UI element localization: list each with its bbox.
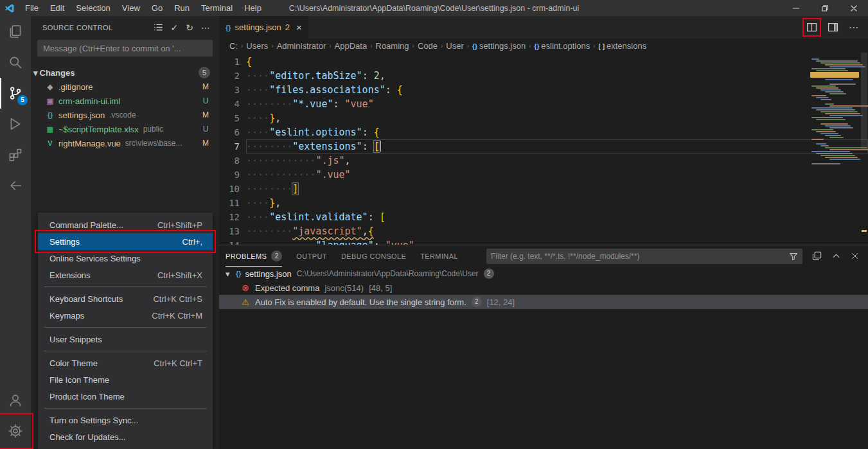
code-line[interactable]: 5····}, — [219, 111, 868, 125]
menu-item-label: Command Palette... — [49, 220, 123, 230]
filter-icon[interactable] — [789, 252, 798, 261]
more-editor-actions-icon[interactable]: ⋯ — [849, 22, 859, 33]
breadcrumb-item-c[interactable]: C: — [229, 41, 238, 51]
search-icon[interactable] — [0, 47, 31, 78]
code-line-content: ····}, — [246, 111, 868, 125]
breadcrumb-item-roaming[interactable]: Roaming — [376, 41, 409, 51]
code-editor[interactable]: 1{2····"editor.tabSize": 2,3····"files.a… — [219, 53, 868, 245]
panel-tab-output[interactable]: OUTPUT — [296, 245, 327, 267]
code-line[interactable]: 7········"extensions": [ — [219, 139, 868, 154]
minimap[interactable] — [809, 55, 860, 215]
code-line[interactable]: 12····"eslint.validate": [ — [219, 210, 868, 224]
scm-file-row[interactable]: ▣crm-admin-ui.imlU — [31, 94, 219, 108]
symbol-object-icon: {} — [472, 43, 477, 50]
breadcrumb-item-user[interactable]: User — [446, 41, 463, 51]
problem-row[interactable]: ▾{}settings.jsonC:\Users\Administrator\A… — [219, 267, 868, 281]
problem-source: jsonc(514) — [324, 283, 364, 293]
view-as-tree-icon[interactable] — [154, 22, 163, 32]
code-line[interactable]: 2····"editor.tabSize": 2, — [219, 69, 868, 83]
problems-filter[interactable] — [486, 249, 802, 264]
problems-filter-input[interactable] — [491, 252, 785, 261]
breadcrumb-item-administrator[interactable]: Administrator — [277, 41, 326, 51]
menu-item-command-palette[interactable]: Command Palette...Ctrl+Shift+P — [38, 216, 213, 233]
panel-tab-problems[interactable]: PROBLEMS2 — [226, 245, 282, 267]
minimap-line — [816, 143, 826, 145]
split-editor-icon[interactable] — [806, 22, 817, 33]
restore-button[interactable] — [810, 0, 839, 16]
menu-item-check-for-updates[interactable]: Check for Updates... — [38, 428, 213, 445]
menubar-item-edit[interactable]: Edit — [44, 0, 70, 16]
refresh-icon[interactable]: ↻ — [186, 23, 193, 32]
menu-item-keymaps[interactable]: KeymapsCtrl+K Ctrl+M — [38, 307, 213, 324]
run-and-debug-icon[interactable] — [0, 109, 31, 139]
menu-item-turn-on-settings-sync[interactable]: Turn on Settings Sync... — [38, 412, 213, 428]
code-line[interactable]: 10········] — [219, 182, 868, 196]
menubar-item-view[interactable]: View — [116, 0, 146, 16]
problem-row[interactable]: ⊗Expected commajsonc(514)[48, 5] — [219, 281, 868, 295]
overview-ruler[interactable] — [860, 53, 868, 245]
maximize-panel-icon[interactable] — [831, 251, 841, 261]
menubar-item-help[interactable]: Help — [238, 0, 267, 16]
more-actions-icon[interactable]: ⋯ — [201, 23, 210, 32]
commit-check-icon[interactable]: ✓ — [171, 23, 179, 32]
scm-file-row[interactable]: ▦~$scriptTemplate.xlsxpublicU — [31, 122, 219, 136]
close-tab-icon[interactable]: × — [296, 22, 302, 33]
code-line[interactable]: 6····"eslint.options": { — [219, 125, 868, 139]
explorer-icon[interactable] — [0, 16, 31, 47]
breadcrumb-item-code[interactable]: Code — [418, 41, 438, 51]
back-arrow-icon[interactable] — [0, 170, 31, 201]
breadcrumb-item-appdata[interactable]: AppData — [335, 41, 368, 51]
file-name: crm-admin-ui.iml — [58, 96, 120, 106]
code-line[interactable]: 4········"*.vue": "vue" — [219, 97, 868, 111]
minimap-line — [811, 151, 850, 152]
code-line[interactable]: 14············"language": "vue" — [219, 238, 868, 245]
problem-row[interactable]: ⚠Auto Fix is enabled by default. Use the… — [219, 295, 868, 309]
breadcrumb-item-users[interactable]: Users — [246, 41, 268, 51]
panel-tab-terminal[interactable]: TERMINAL — [420, 245, 458, 267]
menu-item-settings[interactable]: SettingsCtrl+, — [38, 233, 213, 250]
menu-item-color-theme[interactable]: Color ThemeCtrl+K Ctrl+T — [38, 355, 213, 371]
tab-settings-json[interactable]: {} settings.json 2 × — [219, 16, 308, 39]
editor-layout-icon[interactable] — [828, 22, 838, 33]
close-window-button[interactable] — [839, 0, 868, 16]
scm-file-row[interactable]: ◆.gitignoreM — [31, 80, 219, 94]
accounts-icon[interactable] — [0, 385, 31, 416]
file-name: ~$scriptTemplate.xlsx — [58, 125, 139, 134]
menu-item-keyboard-shortcuts[interactable]: Keyboard ShortcutsCtrl+K Ctrl+S — [38, 290, 213, 307]
breadcrumb-item-settings-json[interactable]: {}settings.json — [472, 41, 526, 51]
code-line[interactable]: 13········"javascript",{ — [219, 224, 868, 238]
changes-section-header[interactable]: ▾ Changes 5 — [31, 66, 219, 80]
code-line[interactable]: 11····}, — [219, 196, 868, 210]
minimize-button[interactable] — [781, 0, 810, 16]
minimap-line — [816, 153, 853, 154]
code-token: ············ — [246, 169, 315, 180]
close-panel-icon[interactable] — [851, 252, 859, 260]
scrollbar-thumb[interactable] — [861, 53, 867, 149]
scm-file-row[interactable]: {}settings.json.vscodeM — [31, 108, 219, 122]
menubar-item-file[interactable]: File — [19, 0, 44, 16]
code-line[interactable]: 3····"files.associations": { — [219, 83, 868, 97]
menu-item-file-icon-theme[interactable]: File Icon Theme — [38, 371, 213, 388]
code-line[interactable]: 9············".vue" — [219, 168, 868, 182]
panel-tab-debug-console[interactable]: DEBUG CONSOLE — [341, 245, 406, 267]
scm-file-row[interactable]: VrightManage.vuesrc\views\base...M — [31, 136, 219, 150]
menubar-item-selection[interactable]: Selection — [70, 0, 116, 16]
code-token: : — [374, 240, 385, 245]
menu-item-user-snippets[interactable]: User Snippets — [38, 331, 213, 348]
code-line[interactable]: 8············".js", — [219, 154, 868, 168]
menu-item-extensions[interactable]: ExtensionsCtrl+Shift+X — [38, 267, 213, 283]
menubar-item-go[interactable]: Go — [146, 0, 168, 16]
code-line[interactable]: 1{ — [219, 55, 868, 69]
breadcrumb-item-eslint-options[interactable]: {}eslint.options — [535, 41, 590, 51]
problem-position: [48, 5] — [369, 283, 392, 293]
menubar-item-run[interactable]: Run — [168, 0, 195, 16]
commit-message-input[interactable] — [37, 40, 213, 57]
extensions-icon[interactable] — [0, 139, 31, 170]
source-control-icon[interactable]: 5 — [0, 78, 31, 109]
menu-item-online-services-settings[interactable]: Online Services Settings — [38, 250, 213, 267]
breadcrumb-item-extensions[interactable]: [ ]extensions — [599, 41, 647, 51]
menubar-item-terminal[interactable]: Terminal — [195, 0, 238, 16]
settings-gear-icon[interactable] — [0, 416, 31, 446]
menu-item-product-icon-theme[interactable]: Product Icon Theme — [38, 388, 213, 405]
open-in-editor-icon[interactable] — [812, 251, 822, 261]
